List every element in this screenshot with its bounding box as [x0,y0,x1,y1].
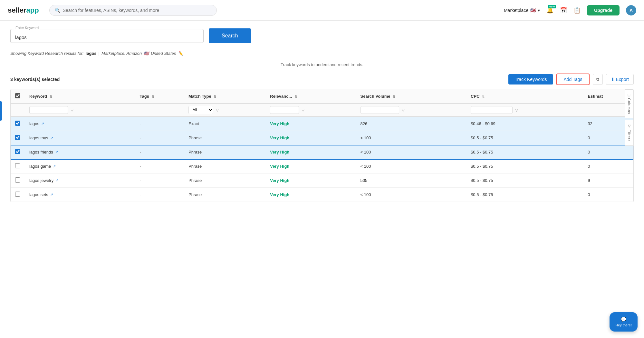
filters-side-button[interactable]: ▽ Filters [625,120,634,146]
keyword-link-1[interactable]: lagos ↗ [29,121,131,126]
search-volume-filter-cell: ▽ [360,106,462,114]
announcements-icon[interactable]: 📋 [573,7,581,14]
col-estimate-label: Estimat [588,94,603,99]
col-tags-label: Tags [140,94,149,99]
search-volume-sort-icon[interactable]: ⇅ [393,95,395,98]
col-search-volume-label: Search Volume [360,94,390,99]
track-keywords-button[interactable]: Track Keywords [508,74,553,84]
main-content: Enter Keyword Search Showing Keyword Res… [0,21,644,338]
logo-seller: seller [8,6,26,15]
keyword-text-6: lagos sets [29,192,48,197]
keyword-link-2[interactable]: lagos toys ↗ [29,135,131,140]
keyword-filter-icon[interactable]: ▽ [71,108,73,112]
match-type-filter-icon[interactable]: ▽ [216,108,219,112]
marketplace-selector[interactable]: Marketplace 🇺🇸 ▾ [504,8,540,13]
search-volume-filter-input[interactable] [360,106,399,114]
table-row: lagos friends ↗ - Phrase Very High < 100… [11,145,633,159]
search-volume-cell-5: 505 [356,174,466,188]
relevance-sort-icon[interactable]: ⇅ [294,95,297,98]
relevance-filter-input[interactable] [270,106,299,114]
selected-count: 3 keywords(s) selected [10,77,60,82]
keyword-sort-icon[interactable]: ⇅ [50,95,52,98]
keyword-filter-input[interactable] [29,106,68,114]
search-volume-filter-icon[interactable]: ▽ [402,108,405,112]
copy-button[interactable]: ⧉ [593,74,603,85]
search-button[interactable]: Search [209,28,251,43]
notifications-icon[interactable]: 🔔 NEW [546,7,553,14]
search-volume-cell-6: < 100 [356,188,466,202]
chat-label: Hey there! [615,323,632,327]
cpc-sort-icon[interactable]: ⇅ [482,95,485,98]
match-type-cell-6: Phrase [184,188,265,202]
col-relevance: Relevanc... ⇅ [265,89,356,104]
avatar[interactable]: A [626,5,636,15]
row-checkbox-3[interactable] [15,149,20,154]
search-volume-cell-2: < 100 [356,131,466,145]
export-button[interactable]: ⬇ Export [606,74,634,85]
col-tags: Tags ⇅ [135,89,184,104]
chat-bubble[interactable]: 💬 Hey there! [610,312,638,332]
keyword-link-4[interactable]: lagos game ↗ [29,164,131,169]
keyword-link-6[interactable]: lagos sets ↗ [29,192,131,197]
keyword-link-3[interactable]: lagos friends ↗ [29,150,131,154]
calendar-icon[interactable]: 📅 [560,7,567,14]
cpc-cell-6: $0.5 - $0.75 [466,188,583,202]
relevance-cell-2: Very High [265,131,356,145]
tags-cell-2: - [135,131,184,145]
row-checkbox-6[interactable] [15,192,20,197]
upgrade-button[interactable]: Upgrade [587,5,620,15]
add-tags-button[interactable]: Add Tags [556,74,589,85]
toolbar: 3 keywords(s) selected Track Keywords Ad… [10,70,634,89]
keyword-text-3: lagos friends [29,150,53,154]
global-search-bar[interactable]: 🔍 [49,5,217,16]
col-keyword-label: Keyword [29,94,47,99]
relevance-cell-4: Very High [265,159,356,174]
relevance-filter-icon[interactable]: ▽ [302,108,304,112]
row-checkbox-2[interactable] [15,135,20,140]
cpc-filter-input[interactable] [471,106,513,114]
row-checkbox-4[interactable] [15,163,20,168]
cpc-cell-3: $0.5 - $0.75 [466,145,583,159]
estimate-cell-4: 0 [583,159,633,174]
keyword-text-1: lagos [29,121,39,126]
copy-icon: ⧉ [596,77,599,82]
external-link-icon-1: ↗ [41,122,44,126]
export-label: Export [616,77,629,82]
cpc-cell-4: $0.5 - $0.75 [466,159,583,174]
col-match-type-label: Match Type [188,94,211,99]
global-search-input[interactable] [63,8,211,13]
cpc-cell-1: $0.46 - $0.69 [466,116,583,131]
match-type-sort-icon[interactable]: ⇅ [214,95,216,98]
row-checkbox-5[interactable] [15,177,20,183]
edit-icon[interactable]: ✏️ [178,51,183,56]
keyword-text-5: lagos jewelry [29,178,53,183]
select-all-checkbox[interactable] [15,93,20,98]
side-panel: ⊞ Columns ▽ Filters [625,89,634,146]
match-type-cell-5: Phrase [184,174,265,188]
external-link-icon-4: ↗ [53,164,56,168]
keyword-link-5[interactable]: lagos jewelry ↗ [29,178,131,183]
external-link-icon-5: ↗ [55,178,58,183]
keyword-text-4: lagos game [29,164,51,169]
match-type-select[interactable]: All Exact Phrase Broad [188,106,213,114]
columns-icon: ⊞ [627,94,631,97]
row-checkbox-1[interactable] [15,121,20,126]
result-flag: 🇺🇸 [144,51,149,56]
logo-app: app [26,6,39,15]
cpc-cell-2: $0.5 - $0.75 [466,131,583,145]
result-keyword: lagos [86,51,97,56]
keywords-table: Keyword ⇅ Tags ⇅ Match Type ⇅ Relevanc..… [10,89,634,202]
keyword-input[interactable] [10,29,204,43]
relevance-cell-3: Very High [265,145,356,159]
tags-sort-icon[interactable]: ⇅ [152,95,154,98]
filters-icon: ▽ [627,124,631,128]
marketplace-label: Marketplace [504,8,528,13]
keyword-text-2: lagos toys [29,135,48,140]
columns-side-button[interactable]: ⊞ Columns [625,89,634,118]
relevance-cell-6: Very High [265,188,356,202]
search-volume-cell-3: < 100 [356,145,466,159]
cpc-filter-icon[interactable]: ▽ [515,108,518,112]
logo[interactable]: sellerapp [8,6,39,15]
col-cpc: CPC ⇅ [466,89,583,104]
table-row: lagos sets ↗ - Phrase Very High < 100 $0… [11,188,633,202]
